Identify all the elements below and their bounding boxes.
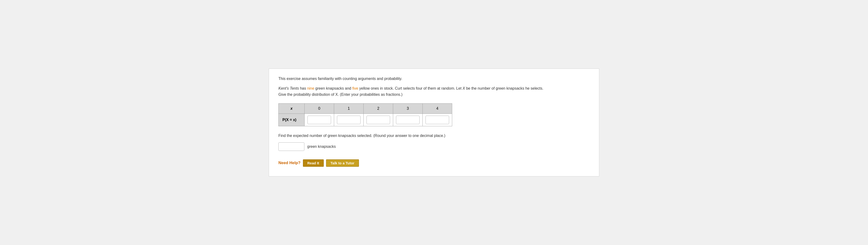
problem-part3: green knapsacks and	[314, 86, 352, 90]
expected-row: green knapsacks	[278, 142, 590, 151]
px-input-cell-0[interactable]	[305, 113, 334, 126]
table-header-2: 2	[364, 103, 393, 113]
px-input-0[interactable]	[307, 116, 331, 124]
table-header-4: 4	[423, 103, 452, 113]
px-label: P(X = x)	[279, 113, 305, 126]
help-row: Need Help? Read It Talk to a Tutor	[278, 159, 590, 167]
px-input-cell-2[interactable]	[364, 113, 393, 126]
kents-tents: Kent's Tents	[278, 86, 299, 90]
expected-question: Find the expected number of green knapsa…	[278, 133, 590, 139]
need-help-label: Need Help?	[278, 161, 301, 165]
table-header-1: 1	[334, 103, 364, 113]
five-text: five	[352, 86, 358, 90]
table-header-3: 3	[393, 103, 423, 113]
talk-to-tutor-button[interactable]: Talk to a Tutor	[326, 159, 359, 167]
px-input-cell-4[interactable]	[423, 113, 452, 126]
problem-part4: yellow ones in stock. Curt selects four …	[358, 86, 463, 90]
px-input-4[interactable]	[426, 116, 449, 124]
problem-text: Kent's Tents has nine green knapsacks an…	[278, 85, 590, 98]
px-input-cell-3[interactable]	[393, 113, 423, 126]
expected-unit: green knapsacks	[307, 144, 336, 149]
px-input-1[interactable]	[337, 116, 361, 124]
probability-table: x 0 1 2 3 4 P(X = x)	[278, 103, 452, 126]
read-it-button[interactable]: Read It	[303, 159, 324, 167]
x-variable: X	[463, 86, 465, 90]
px-input-cell-1[interactable]	[334, 113, 364, 126]
expected-input[interactable]	[278, 142, 304, 151]
problem-line2: Give the probability distribution of X. …	[278, 92, 403, 97]
nine-text: nine	[307, 86, 314, 90]
problem-part5: be the number of green knapsacks he sele…	[465, 86, 543, 90]
table-header-x: x	[279, 103, 305, 113]
main-container: This exercise assumes familiarity with c…	[269, 69, 599, 176]
table-header-0: 0	[305, 103, 334, 113]
px-input-2[interactable]	[367, 116, 390, 124]
problem-part2: has	[299, 86, 307, 90]
px-input-3[interactable]	[396, 116, 420, 124]
intro-text: This exercise assumes familiarity with c…	[278, 76, 590, 82]
